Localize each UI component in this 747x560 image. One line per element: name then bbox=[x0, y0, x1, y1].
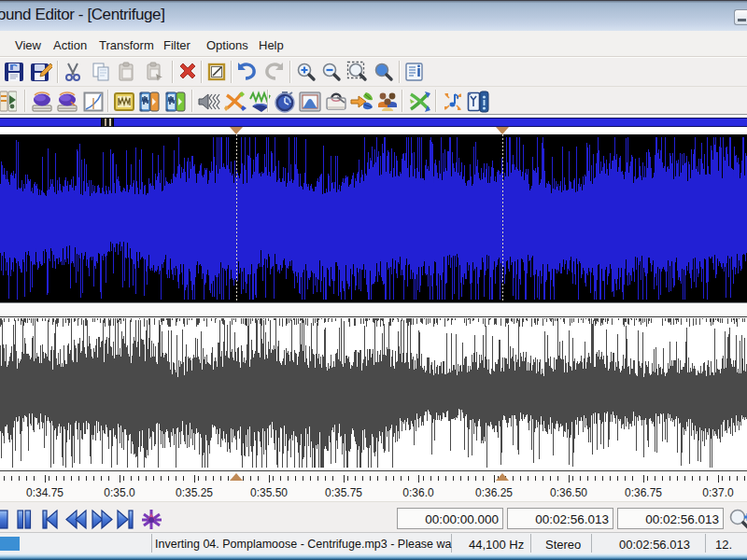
svg-text:0:35.50: 0:35.50 bbox=[250, 486, 288, 499]
svg-text:0:34.75: 0:34.75 bbox=[26, 486, 63, 499]
svg-text:0:36.50: 0:36.50 bbox=[550, 486, 587, 499]
svg-text:0:36.25: 0:36.25 bbox=[475, 486, 513, 499]
svg-text:0:37.0: 0:37.0 bbox=[702, 486, 734, 499]
svg-text:0:35.0: 0:35.0 bbox=[104, 486, 135, 499]
svg-text:0:36.75: 0:36.75 bbox=[625, 486, 662, 499]
svg-text:0:35.25: 0:35.25 bbox=[176, 486, 213, 499]
svg-text:0:36.0: 0:36.0 bbox=[402, 486, 434, 499]
svg-text:0:35.75: 0:35.75 bbox=[325, 486, 362, 499]
